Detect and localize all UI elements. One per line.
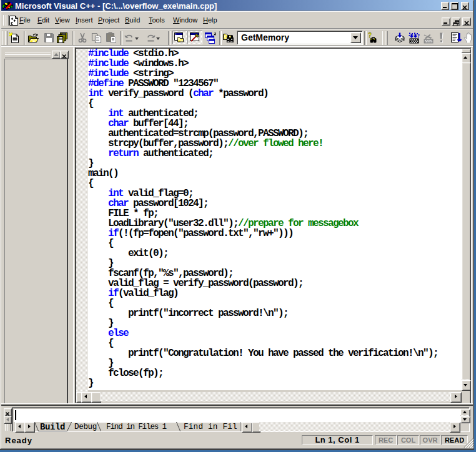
- svg-text:?: ?: [368, 32, 372, 39]
